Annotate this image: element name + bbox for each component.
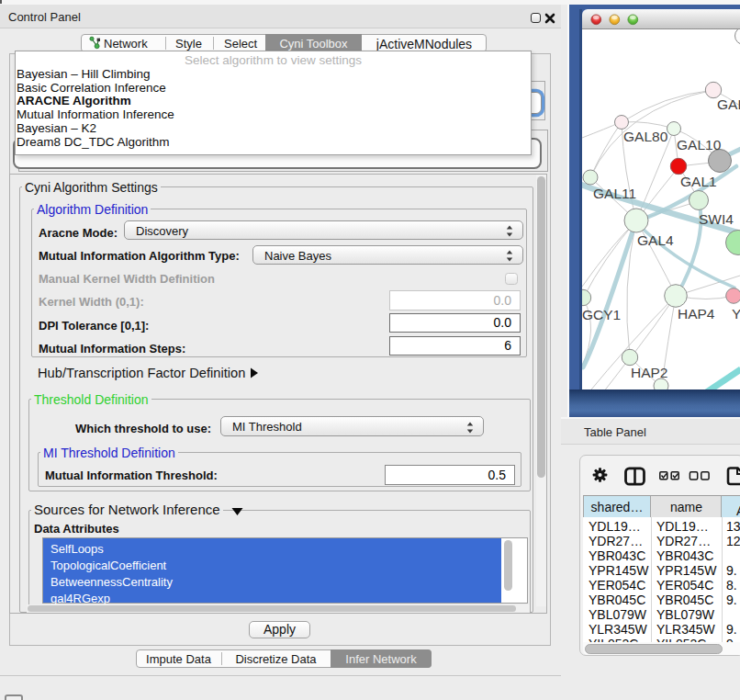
svg-text:HAP2: HAP2 [631,365,668,380]
svg-text:GAL11: GAL11 [593,186,636,201]
svg-text:GAL10: GAL10 [677,137,722,152]
svg-text:GAL7: GAL7 [717,96,740,112]
svg-text:GCY1: GCY1 [582,307,621,322]
svg-text:SWI4: SWI4 [699,211,734,227]
svg-text:GAL80: GAL80 [623,129,668,144]
svg-text:YM: YM [732,306,740,322]
svg-text:GAL4: GAL4 [637,232,674,248]
svg-text:GAL1: GAL1 [680,174,717,189]
svg-text:HAP4: HAP4 [678,306,715,322]
